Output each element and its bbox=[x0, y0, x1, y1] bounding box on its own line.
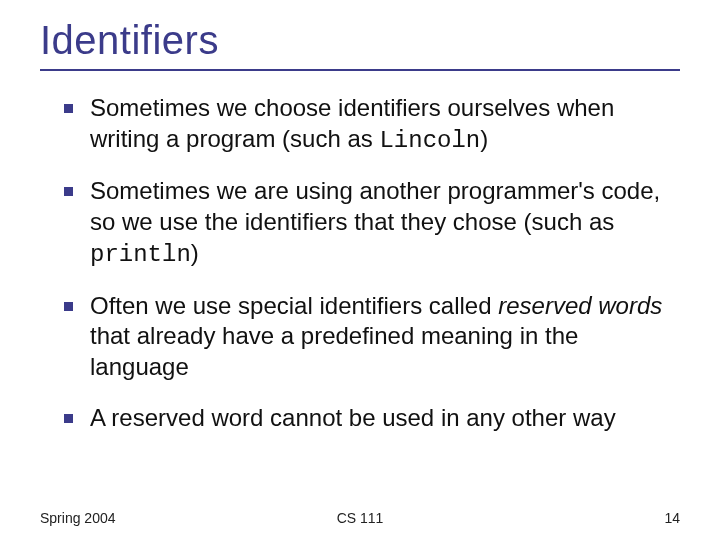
title-underline bbox=[40, 69, 680, 71]
bullet-item: A reserved word cannot be used in any ot… bbox=[64, 403, 674, 434]
bullet-list: Sometimes we choose identifiers ourselve… bbox=[40, 93, 680, 433]
footer-left: Spring 2004 bbox=[40, 510, 116, 526]
bullet-text: Often we use special identifiers called bbox=[90, 292, 498, 319]
slide: Identifiers Sometimes we choose identifi… bbox=[0, 0, 720, 540]
bullet-text: A reserved word cannot be used in any ot… bbox=[90, 404, 616, 431]
footer-page-number: 14 bbox=[664, 510, 680, 526]
footer-center: CS 111 bbox=[40, 510, 680, 526]
code-literal: Lincoln bbox=[379, 127, 480, 154]
bullet-item: Sometimes we are using another programme… bbox=[64, 176, 674, 270]
bullet-text: that already have a predefined meaning i… bbox=[90, 322, 578, 380]
bullet-item: Sometimes we choose identifiers ourselve… bbox=[64, 93, 674, 156]
bullet-text: Sometimes we are using another programme… bbox=[90, 177, 660, 235]
bullet-text: ) bbox=[191, 239, 199, 266]
bullet-text: Sometimes we choose identifiers ourselve… bbox=[90, 94, 614, 152]
bullet-item: Often we use special identifiers called … bbox=[64, 291, 674, 383]
slide-footer: Spring 2004 CS 111 14 bbox=[40, 510, 680, 526]
code-literal: println bbox=[90, 241, 191, 268]
slide-title: Identifiers bbox=[40, 18, 680, 63]
emphasis-text: reserved words bbox=[498, 292, 662, 319]
bullet-text: ) bbox=[480, 125, 488, 152]
